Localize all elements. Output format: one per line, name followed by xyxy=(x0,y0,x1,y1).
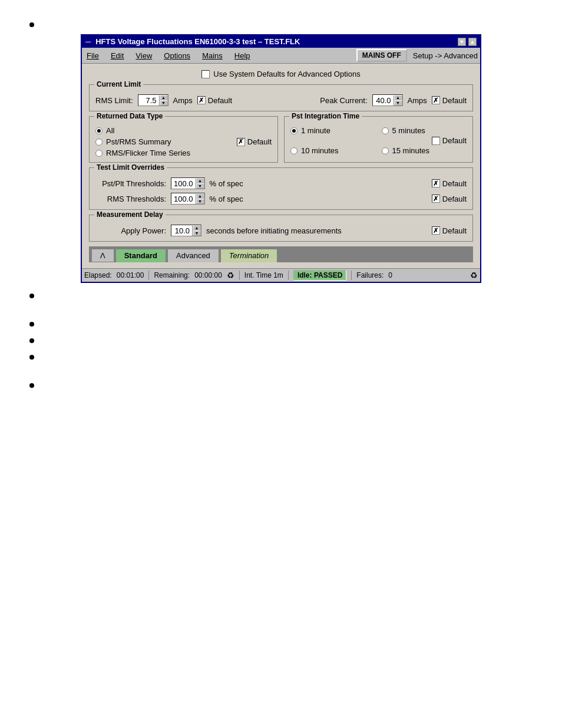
peak-spin-down[interactable]: ▼ xyxy=(394,100,402,106)
window-title: HFTS Voltage Fluctuations EN61000-3-3 te… xyxy=(95,37,300,46)
test-limit-section: Test Limit Overrides Pst/Plt Thresholds:… xyxy=(89,167,473,210)
recycle-icon-1[interactable]: ♻ xyxy=(227,271,234,280)
apply-power-label: Apply Power: xyxy=(95,226,166,235)
tab-lambda[interactable]: Λ xyxy=(91,249,114,262)
pst-15min-row: 15 minutes xyxy=(382,146,467,155)
peak-spin-up[interactable]: ▲ xyxy=(394,95,402,100)
mains-off-button[interactable]: MAINS OFF xyxy=(356,49,407,62)
elapsed-value: 00:01:00 xyxy=(117,271,144,279)
peak-default-label: Default xyxy=(442,96,467,105)
tab-standard[interactable]: Standard xyxy=(115,249,166,262)
use-defaults-checkbox[interactable] xyxy=(201,70,210,78)
pst-default-checkbox[interactable] xyxy=(432,137,440,145)
radio-rms-row: RMS/Flicker Time Series xyxy=(95,149,272,157)
rms-threshold-spin-up[interactable]: ▲ xyxy=(196,193,204,199)
rms-override-default: ✗ Default xyxy=(432,195,467,203)
pst-threshold-input[interactable]: 100.0 ▲ ▼ xyxy=(171,177,205,189)
pst-default-label: Default xyxy=(442,136,467,145)
app-window: ─ HFTS Voltage Fluctuations EN61000-3-3 … xyxy=(81,34,481,283)
pst-override-checkbox[interactable]: ✗ xyxy=(432,179,440,187)
rms-threshold-spin-down[interactable]: ▼ xyxy=(196,199,204,204)
radio-10min[interactable] xyxy=(290,147,297,154)
dropdown-btn[interactable]: ▼ xyxy=(458,38,466,46)
rms-threshold-input[interactable]: 100.0 ▲ ▼ xyxy=(171,193,205,205)
pst-override-default: ✗ Default xyxy=(432,179,467,188)
radio-all-row: All xyxy=(95,126,272,135)
pst-spin-arrows: ▲ ▼ xyxy=(196,178,204,189)
peak-default-check: ✗ Default xyxy=(432,96,467,105)
menu-view[interactable]: View xyxy=(133,51,154,61)
main-content: Use System Defaults for Advanced Options… xyxy=(82,64,480,268)
bullet-5 xyxy=(29,355,34,360)
radio-rms-flicker[interactable] xyxy=(95,150,103,157)
delay-value: 10.0 xyxy=(171,226,193,236)
status-divider-3 xyxy=(288,271,289,280)
pst-threshold-label: Pst/Plt Thresholds: xyxy=(95,179,166,188)
current-limit-row: RMS Limit: 7.5 ▲ ▼ Amps ✗ Default P xyxy=(95,94,467,106)
delay-spin-arrows: ▲ ▼ xyxy=(193,225,201,236)
status-divider-2 xyxy=(239,271,240,280)
tab-termination[interactable]: Termination xyxy=(220,249,277,262)
delay-suffix-label: seconds before initiating measurements xyxy=(206,226,342,235)
radio-all-label: All xyxy=(106,126,114,135)
rms-spin-down[interactable]: ▼ xyxy=(160,100,168,106)
peak-current-label: Peak Current: xyxy=(320,96,367,105)
rms-limit-value: 7.5 xyxy=(138,95,160,106)
radio-1min[interactable] xyxy=(290,127,297,134)
pst-spin-down[interactable]: ▼ xyxy=(196,183,204,189)
delay-spin-up[interactable]: ▲ xyxy=(193,225,201,230)
tab-termination-label: Termination xyxy=(229,251,269,260)
delay-default-checkbox[interactable]: ✗ xyxy=(432,226,440,235)
peak-unit-label: Amps xyxy=(408,96,427,105)
pst-spin-up[interactable]: ▲ xyxy=(196,178,204,183)
pst-1min-row: 1 minute xyxy=(290,126,376,135)
radio-pst[interactable] xyxy=(95,139,103,146)
title-bar: ─ HFTS Voltage Fluctuations EN61000-3-3 … xyxy=(82,35,480,48)
pst-integration-section: Pst Integration Time 1 minute 5 minutes xyxy=(284,116,473,163)
pst-override-default-label: Default xyxy=(442,179,467,188)
remaining-label: Remaining: xyxy=(154,271,190,279)
title-bar-left: ─ HFTS Voltage Fluctuations EN61000-3-3 … xyxy=(85,37,300,46)
failures-value: 0 xyxy=(388,271,392,279)
recycle-icon-2[interactable]: ♻ xyxy=(470,271,478,280)
elapsed-label: Elapsed: xyxy=(84,271,112,279)
radio-5min[interactable] xyxy=(382,127,389,134)
rms-threshold-label: RMS Thresholds: xyxy=(95,195,166,203)
menu-mains[interactable]: Mains xyxy=(200,51,225,61)
delay-input[interactable]: 10.0 ▲ ▼ xyxy=(171,225,201,236)
menu-options[interactable]: Options xyxy=(161,51,193,61)
pst-override-row: Pst/Plt Thresholds: 100.0 ▲ ▼ % of spec … xyxy=(95,177,467,189)
rms-override-checkbox[interactable]: ✗ xyxy=(432,195,440,203)
rms-override-row: RMS Thresholds: 100.0 ▲ ▼ % of spec ✗ De… xyxy=(95,193,467,205)
radio-all[interactable] xyxy=(95,127,103,134)
measurement-delay-section: Measurement Delay Apply Power: 10.0 ▲ ▼ … xyxy=(89,215,473,242)
returned-default-check: ✗ Default xyxy=(237,137,272,146)
radio-5min-label: 5 minutes xyxy=(392,126,425,135)
radio-15min[interactable] xyxy=(382,147,389,154)
rms-spin-arrows: ▲ ▼ xyxy=(160,95,168,106)
rms-spin-up[interactable]: ▲ xyxy=(160,95,168,100)
delay-spin-down[interactable]: ▼ xyxy=(193,230,201,236)
resize-btn[interactable]: ▲ xyxy=(468,38,477,46)
page-container: ─ HFTS Voltage Fluctuations EN61000-3-3 … xyxy=(0,0,562,728)
tab-lambda-label: Λ xyxy=(100,251,105,260)
delay-default-label: Default xyxy=(442,226,467,235)
menu-file[interactable]: File xyxy=(84,51,101,61)
status-divider-4 xyxy=(351,271,352,280)
menu-help[interactable]: Help xyxy=(232,51,253,61)
rms-threshold-spin-arrows: ▲ ▼ xyxy=(196,193,204,204)
menu-bar: File Edit View Options Mains Help MAINS … xyxy=(82,48,480,64)
peak-current-input[interactable]: 40.0 ▲ ▼ xyxy=(372,94,403,106)
idle-passed-badge: Idle: PASSED xyxy=(293,270,346,281)
tab-advanced[interactable]: Advanced xyxy=(167,249,219,262)
menu-edit[interactable]: Edit xyxy=(108,51,126,61)
rms-limit-input[interactable]: 7.5 ▲ ▼ xyxy=(138,94,168,106)
rms-threshold-value: 100.0 xyxy=(171,194,196,204)
system-menu-icon[interactable]: ─ xyxy=(85,37,91,46)
peak-current-value: 40.0 xyxy=(373,95,394,106)
rms-default-checkbox[interactable]: ✗ xyxy=(197,96,206,104)
peak-spin-arrows: ▲ ▼ xyxy=(394,95,402,106)
test-limit-title: Test Limit Overrides xyxy=(94,163,167,172)
peak-default-checkbox[interactable]: ✗ xyxy=(432,96,440,104)
returned-default-checkbox[interactable]: ✗ xyxy=(237,138,245,146)
